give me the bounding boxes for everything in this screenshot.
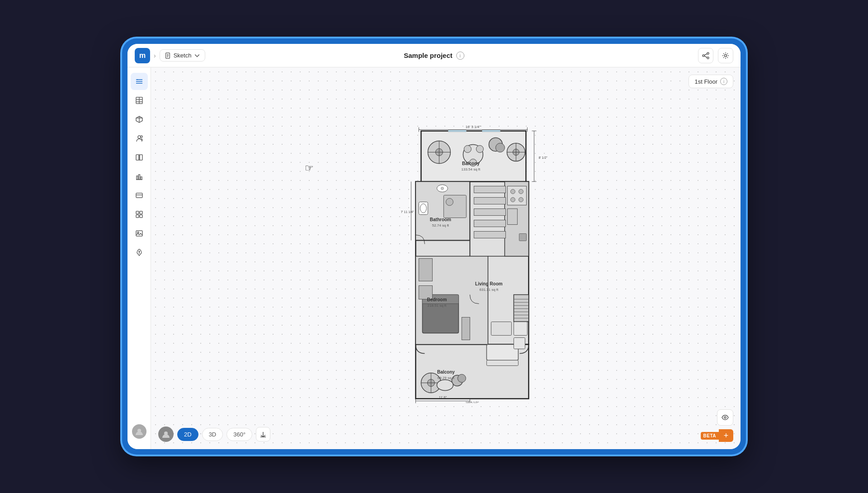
svg-rect-81 [474, 231, 505, 238]
svg-rect-67 [486, 360, 518, 365]
sketch-dropdown-button[interactable]: Sketch [160, 49, 206, 62]
header-right [698, 48, 733, 63]
download-icon [260, 431, 266, 437]
floor-info-button[interactable]: i [720, 78, 727, 85]
sidebar-item-chart[interactable] [131, 168, 148, 185]
svg-text:Bedroom: Bedroom [427, 297, 447, 302]
sidebar-item-card[interactable] [131, 187, 148, 204]
svg-text:16' 3 1/4": 16' 3 1/4" [466, 125, 481, 129]
svg-point-6 [707, 57, 709, 59]
svg-point-60 [446, 198, 453, 205]
sidebar-item-rocket[interactable] [131, 244, 148, 261]
view-2d-button[interactable]: 2D [177, 428, 198, 441]
floor-selector[interactable]: 1st Floor i [689, 75, 733, 88]
svg-rect-132 [448, 130, 466, 132]
svg-point-102 [458, 374, 466, 382]
settings-button[interactable] [718, 48, 733, 63]
header-center: Sample project i [404, 52, 464, 60]
svg-rect-22 [136, 155, 139, 160]
sidebar-item-3d[interactable] [131, 111, 148, 128]
svg-point-56 [420, 204, 426, 213]
eye-view-button[interactable] [717, 409, 733, 426]
device-screen: m › Sketch Sample proje [127, 44, 741, 449]
svg-rect-59 [443, 195, 466, 218]
project-title: Sample project [404, 52, 453, 59]
breadcrumb-arrow: › [154, 52, 156, 59]
svg-rect-29 [136, 193, 142, 198]
svg-rect-31 [136, 211, 139, 214]
svg-point-4 [707, 52, 709, 54]
svg-rect-35 [136, 231, 142, 236]
share-button[interactable] [698, 48, 713, 63]
floor-label: 1st Floor [694, 78, 717, 85]
header-left: m › Sketch [135, 48, 205, 63]
list-icon [135, 77, 143, 85]
user-avatar-button[interactable] [131, 423, 148, 440]
right-float-buttons: BETA + [701, 409, 733, 442]
grid-icon [135, 210, 143, 218]
beta-add-button[interactable]: BETA + [701, 429, 733, 442]
main-content: ☞ 16' 3 1/4" [127, 67, 741, 449]
svg-text:11' 6": 11' 6" [439, 396, 447, 399]
svg-rect-33 [136, 215, 139, 218]
svg-point-9 [725, 54, 727, 57]
svg-text:7' 11 1/4": 7' 11 1/4" [401, 210, 414, 213]
view-3d-button[interactable]: 3D [202, 428, 223, 441]
sidebar-item-team[interactable] [131, 130, 148, 147]
project-info-button[interactable]: i [456, 52, 464, 60]
svg-rect-68 [491, 322, 511, 335]
bottom-toolbar: 2D 3D 360° [158, 427, 270, 442]
svg-point-75 [519, 197, 523, 202]
svg-text:218.51 sq ft: 218.51 sq ft [427, 303, 447, 308]
svg-line-7 [704, 54, 707, 55]
svg-point-72 [510, 189, 515, 194]
card-icon [135, 191, 143, 199]
svg-rect-53 [514, 294, 528, 322]
svg-text:631.11 sq ft: 631.11 sq ft [479, 288, 499, 292]
svg-point-73 [519, 189, 523, 194]
logo[interactable]: m [135, 48, 150, 63]
logo-text: m [139, 52, 146, 60]
svg-point-38 [139, 251, 140, 252]
add-button[interactable]: + [719, 429, 733, 442]
table-icon [135, 96, 143, 104]
sidebar-item-table[interactable] [131, 92, 148, 109]
sidebar [127, 67, 151, 449]
svg-point-74 [510, 197, 515, 202]
svg-text:69.29 sq ft: 69.29 sq ft [438, 376, 455, 380]
svg-rect-71 [507, 186, 526, 205]
share-icon [702, 52, 709, 59]
sidebar-item-compare[interactable] [131, 149, 148, 166]
svg-line-8 [704, 56, 707, 57]
sidebar-item-image[interactable] [131, 225, 148, 242]
user-avatar-bottom[interactable] [158, 427, 174, 442]
svg-text:133.54 sq ft: 133.54 sq ft [461, 167, 481, 171]
svg-rect-28 [141, 177, 142, 180]
svg-point-20 [138, 136, 141, 138]
sidebar-item-grid[interactable] [131, 206, 148, 223]
compare-icon [135, 153, 143, 161]
svg-text:52.74 sq ft: 52.74 sq ft [432, 223, 449, 228]
svg-rect-70 [514, 337, 525, 349]
svg-point-89 [476, 145, 483, 152]
svg-text:Bathroom: Bathroom [430, 217, 451, 222]
svg-text:16' 5 1/2": 16' 5 1/2" [466, 401, 479, 403]
view-360-button[interactable]: 360° [226, 428, 252, 441]
download-button[interactable] [256, 427, 270, 441]
beta-label: BETA [701, 432, 719, 440]
svg-point-92 [495, 143, 505, 152]
svg-point-88 [464, 145, 471, 152]
canvas-area[interactable]: ☞ 16' 3 1/4" [151, 67, 741, 449]
sidebar-bottom [131, 423, 148, 444]
floorplan-container: 16' 3 1/4" [373, 123, 563, 405]
sidebar-item-list[interactable] [131, 73, 148, 90]
svg-rect-26 [137, 176, 138, 180]
svg-rect-82 [519, 233, 526, 241]
svg-rect-34 [140, 215, 142, 218]
svg-rect-80 [474, 220, 505, 227]
gear-icon [722, 52, 729, 59]
svg-point-58 [441, 187, 443, 190]
svg-rect-76 [507, 209, 517, 224]
svg-rect-27 [138, 175, 140, 180]
svg-text:8' 1/2": 8' 1/2" [538, 156, 547, 159]
